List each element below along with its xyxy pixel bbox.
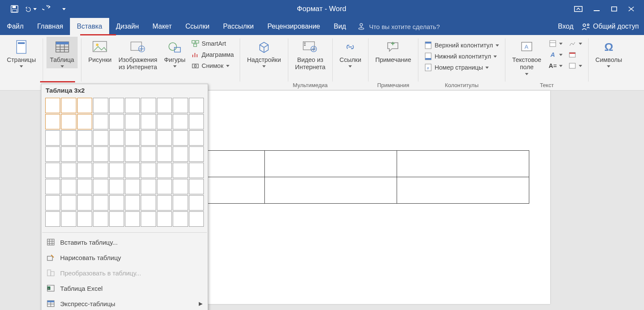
pages-button[interactable]: Страницы: [3, 37, 39, 68]
tab-design[interactable]: Дизайн: [109, 18, 146, 35]
save-button[interactable]: [9, 3, 20, 15]
grid-cell[interactable]: [93, 163, 108, 178]
grid-cell[interactable]: [157, 179, 172, 194]
grid-cell[interactable]: [125, 114, 140, 129]
undo-button[interactable]: [25, 3, 37, 15]
shapes-button[interactable]: Фигуры: [161, 37, 189, 68]
tab-insert[interactable]: Вставка: [70, 18, 109, 35]
grid-cell[interactable]: [173, 130, 188, 146]
grid-cell[interactable]: [141, 195, 156, 211]
grid-cell[interactable]: [109, 195, 124, 211]
grid-cell[interactable]: [61, 146, 76, 162]
grid-cell[interactable]: [173, 179, 188, 194]
grid-cell[interactable]: [77, 211, 92, 227]
grid-cell[interactable]: [109, 163, 124, 178]
insert-table-item[interactable]: Вставить таблицу...: [41, 234, 208, 250]
grid-cell[interactable]: [109, 130, 124, 146]
screenshot-button[interactable]: Снимок: [189, 61, 236, 71]
object-button[interactable]: [566, 61, 585, 71]
grid-cell[interactable]: [173, 146, 188, 162]
links-button[interactable]: Ссылки: [336, 37, 365, 68]
grid-cell[interactable]: [77, 98, 92, 113]
grid-cell[interactable]: [141, 146, 156, 162]
online-pictures-button[interactable]: Изображенияиз Интернета: [115, 37, 161, 72]
quick-tables-item[interactable]: Экспресс-таблицы ▶: [41, 296, 208, 310]
grid-cell[interactable]: [157, 114, 172, 129]
grid-cell[interactable]: [173, 114, 188, 129]
grid-cell[interactable]: [109, 179, 124, 194]
grid-cell[interactable]: [125, 98, 140, 113]
header-button[interactable]: Верхний колонтитул: [422, 40, 502, 50]
page-number-button[interactable]: # Номер страницы: [422, 62, 502, 73]
grid-cell[interactable]: [93, 130, 108, 146]
grid-cell[interactable]: [61, 130, 76, 146]
close-button[interactable]: [628, 6, 635, 12]
grid-cell[interactable]: [61, 114, 76, 129]
tab-review[interactable]: Рецензирование: [261, 18, 327, 35]
grid-cell[interactable]: [45, 146, 60, 162]
grid-cell[interactable]: [61, 163, 76, 178]
grid-cell[interactable]: [109, 146, 124, 162]
grid-cell[interactable]: [141, 130, 156, 146]
chart-button[interactable]: Диаграмма: [189, 50, 236, 60]
grid-cell[interactable]: [77, 130, 92, 146]
redo-button[interactable]: [41, 3, 53, 15]
grid-cell[interactable]: [45, 114, 60, 129]
grid-cell[interactable]: [93, 195, 108, 211]
grid-cell[interactable]: [93, 114, 108, 129]
grid-cell[interactable]: [141, 179, 156, 194]
pictures-button[interactable]: Рисунки: [85, 37, 115, 64]
grid-cell[interactable]: [125, 146, 140, 162]
grid-cell[interactable]: [189, 211, 204, 227]
grid-cell[interactable]: [61, 211, 76, 227]
tab-mailings[interactable]: Рассылки: [216, 18, 261, 35]
grid-cell[interactable]: [189, 195, 204, 211]
grid-cell[interactable]: [77, 114, 92, 129]
grid-cell[interactable]: [61, 98, 76, 113]
grid-cell[interactable]: [141, 98, 156, 113]
minimize-button[interactable]: [593, 6, 600, 12]
grid-cell[interactable]: [93, 98, 108, 113]
grid-cell[interactable]: [173, 211, 188, 227]
draw-table-item[interactable]: Нарисовать таблицу: [41, 250, 208, 265]
online-video-button[interactable]: Видео изИнтернета: [292, 37, 329, 72]
grid-cell[interactable]: [157, 130, 172, 146]
grid-cell[interactable]: [45, 163, 60, 178]
grid-cell[interactable]: [173, 98, 188, 113]
grid-cell[interactable]: [157, 163, 172, 178]
tab-file[interactable]: Файл: [0, 18, 30, 35]
grid-cell[interactable]: [173, 163, 188, 178]
grid-cell[interactable]: [157, 195, 172, 211]
grid-cell[interactable]: [157, 98, 172, 113]
tab-view[interactable]: Вид: [327, 18, 353, 35]
tab-layout[interactable]: Макет: [146, 18, 179, 35]
addins-button[interactable]: Надстройки: [244, 37, 284, 68]
grid-cell[interactable]: [125, 163, 140, 178]
grid-cell[interactable]: [189, 114, 204, 129]
grid-cell[interactable]: [189, 163, 204, 178]
grid-cell[interactable]: [125, 179, 140, 194]
date-button[interactable]: [566, 50, 585, 60]
excel-table-item[interactable]: x Таблица Excel: [41, 281, 208, 296]
grid-cell[interactable]: [77, 195, 92, 211]
table-size-grid[interactable]: [41, 97, 208, 231]
grid-cell[interactable]: [125, 130, 140, 146]
grid-cell[interactable]: [157, 211, 172, 227]
wordart-button[interactable]: A: [546, 50, 565, 60]
grid-cell[interactable]: [45, 195, 60, 211]
grid-cell[interactable]: [141, 114, 156, 129]
grid-cell[interactable]: [173, 195, 188, 211]
grid-cell[interactable]: [157, 146, 172, 162]
comment-button[interactable]: Примечание: [372, 37, 415, 64]
customize-qat-button[interactable]: [57, 3, 69, 15]
smartart-button[interactable]: SmartArt: [189, 38, 236, 49]
grid-cell[interactable]: [125, 195, 140, 211]
grid-cell[interactable]: [109, 114, 124, 129]
table-button[interactable]: Таблица: [46, 37, 78, 68]
grid-cell[interactable]: [109, 211, 124, 227]
tab-home[interactable]: Главная: [30, 18, 70, 35]
symbols-button[interactable]: Ω Символы: [592, 37, 626, 68]
grid-cell[interactable]: [61, 179, 76, 194]
share-button[interactable]: Общий доступ: [581, 22, 639, 31]
grid-cell[interactable]: [141, 211, 156, 227]
